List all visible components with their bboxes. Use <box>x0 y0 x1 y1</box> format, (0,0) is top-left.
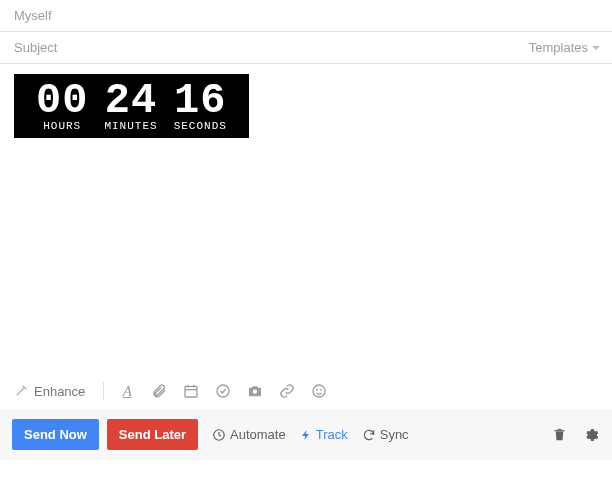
link-icon[interactable] <box>278 382 296 400</box>
svg-rect-0 <box>185 386 197 397</box>
gear-icon[interactable] <box>582 426 600 444</box>
wand-icon <box>14 384 28 398</box>
track-label: Track <box>316 427 348 442</box>
send-later-button[interactable]: Send Later <box>107 419 198 450</box>
countdown-seconds-value: 16 <box>174 80 227 122</box>
toolbar-divider <box>103 382 104 400</box>
enhance-button[interactable]: Enhance <box>14 384 85 399</box>
enhance-label: Enhance <box>34 384 85 399</box>
attachment-icon[interactable] <box>150 382 168 400</box>
svg-point-9 <box>317 389 318 390</box>
countdown-minutes-value: 24 <box>104 80 157 122</box>
svg-point-7 <box>253 390 257 394</box>
countdown-minutes: 24 MINUTES <box>104 80 157 132</box>
sync-button[interactable]: Sync <box>362 427 409 442</box>
send-bar: Send Now Send Later Automate Track Sync <box>0 409 612 460</box>
countdown-seconds-label: SECONDS <box>174 120 227 132</box>
compose-body[interactable]: 00 HOURS 24 MINUTES 16 SECONDS <box>0 64 612 374</box>
check-circle-icon[interactable] <box>214 382 232 400</box>
automate-label: Automate <box>230 427 286 442</box>
recipient-field[interactable]: Myself <box>0 0 612 32</box>
sync-label: Sync <box>380 427 409 442</box>
bolt-icon <box>300 428 312 442</box>
sync-icon <box>362 428 376 442</box>
calendar-icon[interactable] <box>182 382 200 400</box>
caret-down-icon <box>592 44 600 52</box>
svg-point-8 <box>313 385 325 397</box>
countdown-hours-label: HOURS <box>36 120 88 132</box>
formatting-toolbar: Enhance A <box>0 374 612 409</box>
svg-point-10 <box>321 389 322 390</box>
countdown-minutes-label: MINUTES <box>104 120 157 132</box>
templates-label: Templates <box>529 40 588 55</box>
send-now-button[interactable]: Send Now <box>12 419 99 450</box>
recipient-value: Myself <box>14 8 52 23</box>
subject-row: Subject Templates <box>0 32 612 64</box>
svg-point-6 <box>217 385 229 397</box>
automate-button[interactable]: Automate <box>212 427 286 442</box>
emoji-icon[interactable] <box>310 382 328 400</box>
trash-icon[interactable] <box>550 426 568 444</box>
countdown-timer: 00 HOURS 24 MINUTES 16 SECONDS <box>14 74 249 138</box>
underline-text-icon[interactable]: A <box>118 382 136 400</box>
templates-dropdown[interactable]: Templates <box>529 40 600 55</box>
track-button[interactable]: Track <box>300 427 348 442</box>
countdown-seconds: 16 SECONDS <box>174 80 227 132</box>
subject-placeholder[interactable]: Subject <box>14 40 57 55</box>
countdown-hours-value: 00 <box>36 80 88 122</box>
camera-icon[interactable] <box>246 382 264 400</box>
countdown-hours: 00 HOURS <box>36 80 88 132</box>
clock-icon <box>212 428 226 442</box>
